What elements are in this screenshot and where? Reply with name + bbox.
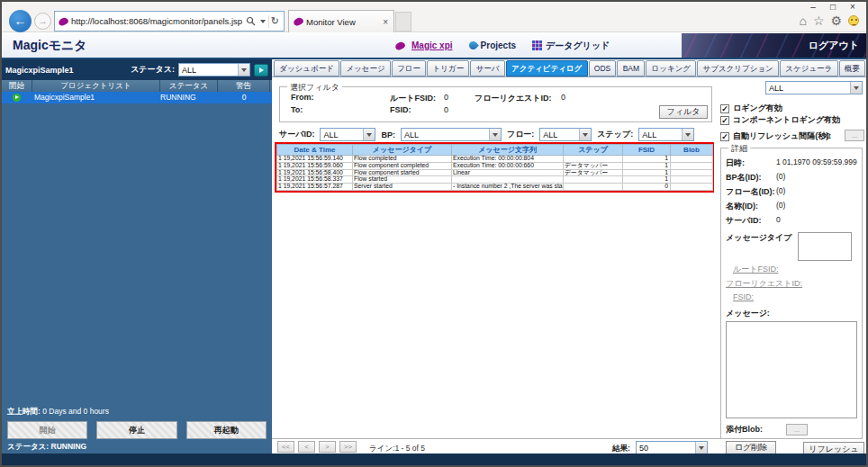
flow-request-label: フローリクエストID: — [475, 93, 551, 104]
first-page-button[interactable]: << — [277, 441, 294, 453]
tab-flows[interactable]: フロー — [392, 60, 426, 76]
auto-refresh-checkbox[interactable]: ✓ — [720, 132, 729, 141]
tab-scheduler[interactable]: スケジューラ — [780, 60, 837, 76]
message-label: メッセージ: — [726, 308, 857, 319]
prev-page-button[interactable]: < — [298, 441, 315, 453]
tab-servers[interactable]: サーバ — [470, 60, 504, 76]
sidebar-action-button[interactable] — [254, 64, 268, 76]
annotation-red-box: Date & Time メッセージタイプ メッセージ文字列 ステップ FSID … — [275, 142, 714, 193]
tab-summary[interactable]: 概要 — [839, 60, 865, 76]
project-list-header: 開始 プロジェクトリスト ステータス 警告 — [2, 80, 272, 92]
next-page-button[interactable]: > — [319, 441, 336, 453]
url-dropdown-icon[interactable] — [260, 20, 266, 23]
log-row[interactable]: 1 19,2021 15:56:58.337Flow started1 — [277, 176, 713, 184]
tab-messages[interactable]: メッセージ — [340, 60, 391, 76]
msgtype-textbox[interactable] — [798, 232, 852, 261]
component-logging-checkbox[interactable]: ✓ — [720, 116, 729, 125]
divider — [268, 15, 269, 28]
nav-item-datagrid[interactable]: データグリッド — [532, 40, 610, 52]
flow-request-link[interactable]: フローリクエストID: — [726, 278, 857, 290]
select-arrow-button[interactable] — [238, 64, 249, 76]
forward-button[interactable]: → — [34, 13, 51, 30]
back-button[interactable]: ← — [9, 10, 32, 32]
nav-item-magic-xpi[interactable]: Magic xpi — [394, 40, 453, 50]
tab-bam[interactable]: BAM — [617, 60, 645, 76]
col-blob[interactable]: Blob — [671, 145, 713, 156]
col-fsid[interactable]: FSID — [623, 145, 671, 156]
refresh-icon[interactable]: ↻ — [271, 15, 279, 27]
new-tab-button[interactable] — [395, 12, 411, 31]
col-message-type[interactable]: メッセージタイプ — [353, 145, 452, 156]
back-icon: ← — [14, 13, 27, 28]
browser-tab[interactable]: Monitor View × — [288, 10, 394, 32]
flow-label: フロー: — [507, 129, 534, 140]
bp-label: BP: — [381, 130, 395, 139]
maximize-button[interactable]: □ — [823, 2, 843, 13]
monitor-tabs: ダッシュボード メッセージ フロー トリガー サーバ アクティビティログ ODS… — [272, 59, 868, 77]
favorites-star-icon[interactable]: ☆ — [813, 13, 825, 28]
flow-select[interactable]: ALL — [539, 128, 592, 141]
auto-refresh-more-button[interactable]: ... — [845, 130, 864, 141]
browser-window: – □ × ← → http://localhost:8068/magicmon… — [0, 0, 868, 467]
log-row[interactable]: 1 19,2021 15:56:59.140Flow completedExec… — [277, 156, 713, 163]
details-panel: ALL ✓ ロギング有効 ✓ コンポーネントロギング有効 ✓ 自動リフレッシュ間… — [719, 79, 864, 457]
status-filter-select[interactable]: ALL — [178, 63, 250, 76]
from-label: From: — [291, 93, 314, 102]
start-button[interactable]: 開始 — [7, 421, 87, 439]
project-row[interactable]: MagicxpiSample1 RUNNING 0 — [2, 92, 272, 103]
fsid-label: FSID: — [390, 105, 411, 114]
detail-flow: フロー名(ID):(0) — [726, 186, 857, 198]
search-icon[interactable] — [246, 16, 256, 26]
tab-triggers[interactable]: トリガー — [427, 60, 469, 76]
stop-button[interactable]: 停止 — [96, 421, 176, 439]
tab-ods[interactable]: ODS — [589, 60, 617, 76]
app-title: Magicモニタ — [13, 38, 87, 54]
auto-refresh-value[interactable]: 30 — [821, 131, 830, 140]
restart-button[interactable]: 再起動 — [186, 421, 267, 439]
bp-select[interactable]: ALL — [401, 128, 502, 141]
datagrid-icon — [532, 40, 542, 50]
url-text[interactable]: http://localhost:8068/magicmonitor/panel… — [71, 16, 244, 26]
minimize-button[interactable]: – — [803, 2, 823, 13]
root-fsid-link[interactable]: ルートFSID: — [733, 264, 857, 275]
app-header: Magicモニタ Magic xpi Projects データグリッド ログアウ… — [2, 33, 866, 58]
tab-subscriptions[interactable]: サブスクリプション — [697, 60, 779, 76]
feedback-smiley-icon[interactable] — [848, 15, 859, 26]
log-level-select[interactable]: ALL — [765, 81, 863, 94]
close-button[interactable]: × — [843, 2, 863, 13]
url-bar[interactable]: http://localhost:8068/magicmonitor/panel… — [54, 11, 285, 31]
tab-locking[interactable]: ロッキング — [646, 60, 696, 76]
server-id-select[interactable]: ALL — [320, 128, 375, 141]
fsid-link[interactable]: FSID: — [733, 292, 857, 301]
home-icon[interactable]: ⌂ — [799, 13, 806, 28]
log-row[interactable]: 1 19,2021 15:56:57.287Server started- In… — [277, 184, 713, 191]
logging-checkbox[interactable]: ✓ — [720, 104, 729, 113]
col-step[interactable]: ステップ — [564, 145, 623, 156]
log-row[interactable]: 1 19,2021 15:56:58.400Flow component sta… — [277, 169, 713, 176]
project-status: RUNNING — [160, 92, 218, 103]
filter-button[interactable]: フィルタ — [659, 105, 708, 119]
tab-close-icon[interactable]: × — [381, 17, 390, 27]
last-page-button[interactable]: >> — [339, 441, 357, 453]
col-date-time[interactable]: Date & Time — [277, 145, 353, 156]
tab-activity-log[interactable]: アクティビティログ — [506, 60, 588, 76]
project-warnings: 0 — [218, 92, 270, 103]
blob-more-button[interactable]: ... — [786, 424, 808, 436]
col-message-text[interactable]: メッセージ文字列 — [452, 145, 564, 156]
detail-datetime: 日時:1 01,1970 09:59:59.999 — [726, 157, 857, 169]
message-textbox[interactable] — [726, 321, 857, 418]
results-select[interactable]: 50 — [636, 441, 708, 454]
step-select[interactable]: ALL — [638, 128, 694, 141]
settings-gear-icon[interactable]: ⚙ — [830, 13, 842, 28]
browser-chrome: – □ × ← → http://localhost:8068/magicmon… — [2, 2, 866, 32]
nav-item-projects[interactable]: Projects — [469, 40, 516, 50]
log-row[interactable]: 1 19,2021 15:56:59.060Flow component com… — [277, 162, 713, 169]
root-fsid-label: ルートFSID: — [390, 93, 436, 104]
fsid-value: 0 — [444, 105, 448, 114]
blob-label: 添付Blob: — [726, 424, 763, 436]
running-play-icon — [13, 94, 21, 102]
tab-dashboard[interactable]: ダッシュボード — [274, 60, 339, 76]
detail-msgtype: メッセージタイプ — [726, 232, 857, 261]
bottom-status-strip — [2, 454, 866, 465]
logout-button[interactable]: ログアウト — [809, 39, 859, 52]
